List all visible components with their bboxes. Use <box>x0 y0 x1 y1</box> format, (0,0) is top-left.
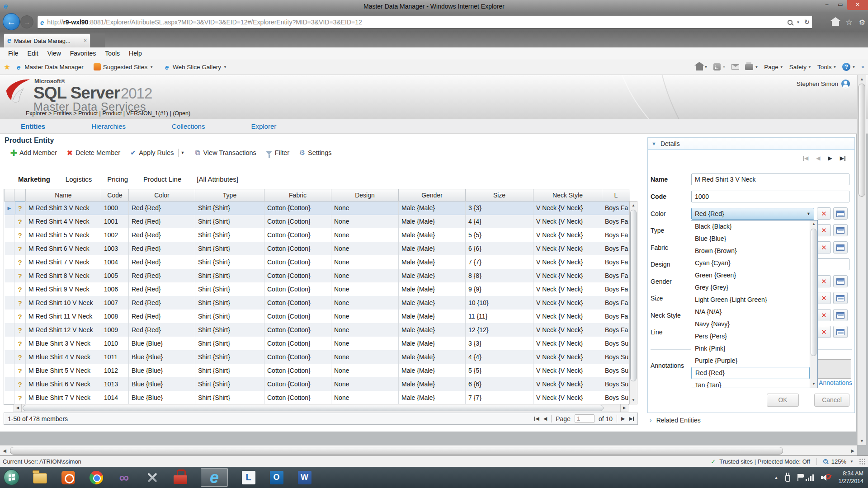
grid-cell[interactable]: Cotton {Cotton} <box>264 323 331 337</box>
grid-cell[interactable]: M Red Shirt 4 V Neck <box>26 215 101 228</box>
grid-cell[interactable]: Cotton {Cotton} <box>264 337 331 350</box>
line-annotation-button[interactable] <box>833 326 848 338</box>
grid-cell[interactable]: 6 {6} <box>466 242 533 255</box>
column-header-l[interactable]: L <box>602 189 630 201</box>
grid-cell[interactable]: V Neck {V Neck} <box>533 228 602 242</box>
validation-question-icon[interactable]: ? <box>14 215 26 228</box>
last-page-button[interactable]: ▶ <box>629 416 634 422</box>
validation-question-icon[interactable]: ? <box>14 255 26 269</box>
back-button[interactable]: ← <box>3 13 20 30</box>
grid-cell[interactable]: Cotton {Cotton} <box>264 215 331 228</box>
dropdown-option[interactable]: Pers {Pers} <box>691 330 810 343</box>
table-row[interactable]: ?M Blue Shirt 3 V Neck1010Blue {Blue}Shi… <box>5 337 630 350</box>
taskbar-file-explorer-icon[interactable] <box>33 470 47 485</box>
attribute-tab-logistics[interactable]: Logistics <box>66 175 92 183</box>
clear-fabric-button[interactable]: ✕ <box>817 241 831 253</box>
related-entities-header[interactable]: › Related Entities <box>650 417 701 424</box>
grid-cell[interactable]: Male {Male} <box>399 350 466 364</box>
toolbar-apply-rules-button[interactable]: ✔Apply Rules▼ <box>129 149 184 157</box>
dropdown-option[interactable]: Tan {Tan} <box>691 379 810 388</box>
volume-muted-icon[interactable] <box>821 474 831 481</box>
taskbar-word-icon[interactable]: W <box>297 470 312 485</box>
grid-cell[interactable]: M Red Shirt 6 V Neck <box>26 242 101 255</box>
zoom-level[interactable]: 125% <box>831 458 846 465</box>
grid-cell[interactable]: Male {Male} <box>399 377 466 391</box>
gender-annotation-button[interactable] <box>833 275 848 287</box>
taskbar-chrome-icon[interactable] <box>89 470 104 485</box>
details-header[interactable]: ▼ Details <box>648 138 854 150</box>
grid-cell[interactable]: Boys Su <box>602 337 630 350</box>
minimize-button[interactable]: – <box>820 0 834 10</box>
grid-cell[interactable]: Shirt {Shirt} <box>195 201 264 215</box>
dropdown-option[interactable]: Cyan {Cyan} <box>691 257 810 269</box>
last-member-button[interactable]: ▶ <box>840 155 845 161</box>
grid-cell[interactable]: Shirt {Shirt} <box>195 323 264 337</box>
grid-cell[interactable]: Shirt {Shirt} <box>195 296 264 310</box>
grid-cell[interactable]: None <box>331 228 399 242</box>
dropdown-option[interactable]: Light Green {Light Green} <box>691 294 810 306</box>
scroll-up-icon[interactable]: ▲ <box>858 75 866 83</box>
scroll-left-icon[interactable]: ◀ <box>14 404 22 412</box>
grid-cell[interactable]: M Blue Shirt 5 V Neck <box>26 364 101 377</box>
grid-cell[interactable]: 1006 <box>101 282 129 296</box>
grid-cell[interactable]: M Blue Shirt 3 V Neck <box>26 337 101 350</box>
table-row[interactable]: ?M Red Shirt 6 V Neck1003Red {Red}Shirt … <box>5 242 630 255</box>
size-annotation-button[interactable] <box>833 292 848 304</box>
grid-cell[interactable]: V Neck {V Neck} <box>533 296 602 310</box>
grid-cell[interactable]: Male {Male} <box>399 364 466 377</box>
page-vscroll-thumb[interactable] <box>859 84 865 197</box>
grid-cell[interactable]: Cotton {Cotton} <box>264 310 331 323</box>
fabric-annotation-button[interactable] <box>833 241 848 253</box>
grid-cell[interactable]: 3 {3} <box>466 337 533 350</box>
grid-cell[interactable]: V Neck {V Neck} <box>533 310 602 323</box>
neck-style-annotation-button[interactable] <box>833 309 848 321</box>
grid-cell[interactable]: Red {Red} <box>129 228 195 242</box>
column-header-code[interactable]: Code <box>101 189 129 201</box>
favorites-item-suggested-sites[interactable]: Suggested Sites▼ <box>94 63 153 70</box>
close-button[interactable]: ✕ <box>847 0 868 10</box>
dropdown-option[interactable]: Red {Red} <box>691 367 810 379</box>
grid-cell[interactable]: Red {Red} <box>129 323 195 337</box>
grid-cell[interactable]: Boys Su <box>602 364 630 377</box>
scroll-right-icon[interactable]: ▶ <box>620 404 628 412</box>
grid-cell[interactable]: V Neck {V Neck} <box>533 255 602 269</box>
next-page-button[interactable]: ▶ <box>621 416 625 422</box>
clear-line-button[interactable]: ✕ <box>817 326 831 338</box>
grid-cell[interactable]: Male {Male} <box>399 337 466 350</box>
dropdown-option[interactable]: Black {Black} <box>691 221 810 233</box>
page-horizontal-scrollbar[interactable]: ◀ ▶ <box>0 445 857 455</box>
toolbar-delete-member-button[interactable]: ✖Delete Member <box>66 149 120 157</box>
taskbar-tools-icon[interactable] <box>145 470 160 485</box>
taskbar-toolbox-icon[interactable] <box>173 470 188 485</box>
grid-cell[interactable]: 9 {9} <box>466 282 533 296</box>
grid-cell[interactable]: 1010 <box>101 337 129 350</box>
dropdown-option[interactable]: N/A {N/A} <box>691 306 810 318</box>
grid-cell[interactable]: M Blue Shirt 7 V Neck <box>26 391 101 404</box>
grid-cell[interactable]: Male {Male} <box>399 282 466 296</box>
grid-cell[interactable]: Boys Fa <box>602 255 630 269</box>
action-center-flag-icon[interactable] <box>797 474 798 481</box>
validation-question-icon[interactable]: ? <box>14 201 26 215</box>
grid-cell[interactable]: M Red Shirt 3 V Neck <box>26 201 101 215</box>
table-row[interactable]: ?M Blue Shirt 7 V Neck1014Blue {Blue}Shi… <box>5 391 630 404</box>
grid-vertical-scrollbar[interactable]: ▲ ▼ <box>629 201 637 404</box>
menu-tools[interactable]: Tools <box>100 50 124 57</box>
grid-cell[interactable]: M Red Shirt 9 V Neck <box>26 282 101 296</box>
grid-cell[interactable]: Shirt {Shirt} <box>195 215 264 228</box>
clear-type-button[interactable]: ✕ <box>817 224 831 236</box>
grid-cell[interactable]: Blue {Blue} <box>129 391 195 404</box>
table-row[interactable]: ?M Blue Shirt 4 V Neck1011Blue {Blue}Shi… <box>5 350 630 364</box>
grid-cell[interactable]: Blue {Blue} <box>129 350 195 364</box>
grid-cell[interactable]: M Red Shirt 12 V Neck <box>26 323 101 337</box>
grid-cell[interactable]: None <box>331 282 399 296</box>
grid-cell[interactable]: Boys Fa <box>602 215 630 228</box>
page-vertical-scrollbar[interactable]: ▲ ▼ <box>857 75 866 445</box>
settings-gear-icon[interactable]: ⚙ <box>859 18 865 27</box>
grid-cell[interactable]: Shirt {Shirt} <box>195 255 264 269</box>
grid-cell[interactable]: Male {Male} <box>399 242 466 255</box>
grid-cell[interactable]: M Blue Shirt 4 V Neck <box>26 350 101 364</box>
grid-cell[interactable]: Shirt {Shirt} <box>195 377 264 391</box>
grid-cell[interactable]: V Neck {V Neck} <box>533 337 602 350</box>
grid-cell[interactable]: Shirt {Shirt} <box>195 228 264 242</box>
grid-cell[interactable]: Cotton {Cotton} <box>264 296 331 310</box>
